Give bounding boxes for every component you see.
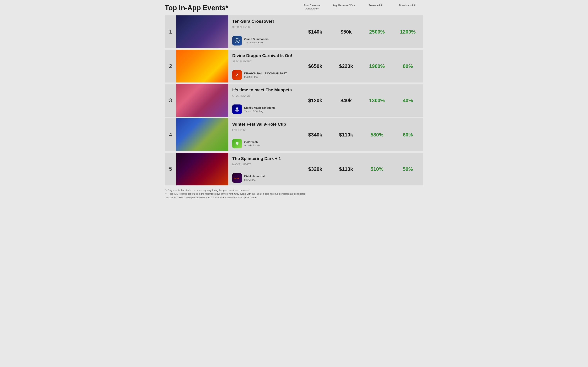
event-name-3: It's time to meet The Muppets [232, 88, 296, 92]
event-image-1 [176, 16, 228, 48]
footnote-3: Overlapping events are represented by a … [165, 196, 423, 200]
event-info-5: The Splintering Dark + 1 MAJOR UPDATE DI… [228, 153, 300, 185]
metrics-3: $120k $40k 1300% 40% [300, 84, 423, 117]
svg-text:G: G [236, 39, 238, 42]
game-info-5: DIABLO Diablo Immortal MMORPG [232, 173, 296, 183]
metrics-2: $650k $220k 1900% 80% [300, 50, 423, 83]
footnote-2: ** - Total iOS revenue generated in the … [165, 192, 423, 196]
game-name-1: Grand Summoners [244, 38, 269, 41]
revenue-lift-2: 1900% [362, 50, 392, 83]
total-revenue-4: $340k [300, 118, 331, 151]
game-genre-1: Turn-based RPG [244, 41, 269, 44]
svg-text:Z: Z [236, 73, 238, 77]
events-list: 1 Ten-Sura Crossover! SPECIAL EVENT G Gr… [165, 16, 423, 185]
total-revenue-5: $320k [300, 153, 331, 185]
image-visual-4 [176, 118, 228, 151]
game-text-4: Golf Clash Arcade Sports [244, 141, 260, 147]
downloads-lift-3: 40% [392, 84, 423, 117]
header-row: Top In-App Events* Total Revenue Generat… [165, 4, 423, 14]
downloads-lift-1: 1200% [392, 16, 423, 48]
event-image-5 [176, 153, 228, 185]
event-info-2: Divine Dragon Carnival Is On! SPECIAL EV… [228, 50, 300, 83]
total-revenue-1: $140k [300, 16, 331, 48]
game-genre-5: MMORPG [244, 178, 265, 181]
footnote-1: * - Only events that started on or are o… [165, 189, 423, 192]
rank-5: 5 [165, 153, 176, 185]
event-name-5: The Splintering Dark + 1 [232, 156, 296, 161]
game-text-5: Diablo Immortal MMORPG [244, 175, 265, 181]
game-text-2: DRAGON BALL Z DOKKAN BATT Puzzle RPG [244, 72, 287, 78]
avg-revenue-2: $220k [331, 50, 362, 83]
event-row-5: 5 The Splintering Dark + 1 MAJOR UPDATE … [165, 153, 423, 185]
svg-marker-6 [236, 144, 238, 146]
event-row-3: 3 It's time to meet The Muppets SPECIAL … [165, 84, 423, 117]
event-name-2: Divine Dragon Carnival Is On! [232, 53, 296, 58]
game-text-3: Disney Magic Kingdoms Tycoon / Crafting [244, 106, 275, 113]
svg-point-4 [235, 110, 239, 112]
game-genre-3: Tycoon / Crafting [244, 110, 275, 113]
rank-1: 1 [165, 16, 176, 48]
image-visual-5 [176, 153, 228, 185]
game-icon-2: Z [232, 70, 242, 80]
avg-revenue-4: $110k [331, 118, 362, 151]
event-info-1: Ten-Sura Crossover! SPECIAL EVENT G Gran… [228, 16, 300, 48]
footnotes: * - Only events that started on or are o… [165, 189, 423, 200]
event-info-4: Winter Festival 9-Hole Cup LIVE EVENT Go… [228, 118, 300, 151]
page-title: Top In-App Events* [165, 4, 296, 12]
total-revenue-3: $120k [300, 84, 331, 117]
image-visual-2 [176, 50, 228, 83]
game-text-1: Grand Summoners Turn-based RPG [244, 38, 269, 44]
event-type-4: LIVE EVENT [232, 129, 296, 132]
rank-2: 2 [165, 50, 176, 83]
game-info-2: Z DRAGON BALL Z DOKKAN BATT Puzzle RPG [232, 70, 296, 80]
event-type-1: SPECIAL EVENT [232, 26, 296, 29]
event-image-4 [176, 118, 228, 151]
revenue-lift-3: 1300% [362, 84, 392, 117]
event-type-3: SPECIAL EVENT [232, 94, 296, 97]
event-image-3 [176, 84, 228, 117]
game-icon-1: G [232, 36, 242, 45]
event-name-1: Ten-Sura Crossover! [232, 19, 296, 24]
game-icon-3 [232, 104, 242, 114]
game-info-1: G Grand Summoners Turn-based RPG [232, 36, 296, 45]
rank-3: 3 [165, 84, 176, 117]
event-row-1: 1 Ten-Sura Crossover! SPECIAL EVENT G Gr… [165, 16, 423, 48]
avg-revenue-5: $110k [331, 153, 362, 185]
event-info-3: It's time to meet The Muppets SPECIAL EV… [228, 84, 300, 117]
downloads-lift-4: 60% [392, 118, 423, 151]
game-genre-4: Arcade Sports [244, 144, 260, 147]
col-revenue-lift: Revenue Lift [360, 4, 392, 10]
rank-4: 4 [165, 118, 176, 151]
event-row-2: 2 Divine Dragon Carnival Is On! SPECIAL … [165, 50, 423, 83]
event-type-5: MAJOR UPDATE [232, 163, 296, 166]
game-icon-4 [232, 139, 242, 148]
event-name-4: Winter Festival 9-Hole Cup [232, 122, 296, 127]
image-visual-1 [176, 16, 228, 48]
revenue-lift-1: 2500% [362, 16, 392, 48]
downloads-lift-2: 80% [392, 50, 423, 83]
game-name-5: Diablo Immortal [244, 175, 265, 178]
game-info-4: Golf Clash Arcade Sports [232, 139, 296, 148]
svg-text:DIABLO: DIABLO [234, 177, 240, 180]
avg-revenue-1: $50k [331, 16, 362, 48]
game-name-3: Disney Magic Kingdoms [244, 106, 275, 109]
avg-revenue-3: $40k [331, 84, 362, 117]
col-total-revenue: Total Revenue Generated** [296, 4, 328, 10]
game-icon-5: DIABLO [232, 173, 242, 183]
image-visual-3 [176, 84, 228, 117]
game-info-3: Disney Magic Kingdoms Tycoon / Crafting [232, 104, 296, 114]
revenue-lift-4: 580% [362, 118, 392, 151]
page-container: Top In-App Events* Total Revenue Generat… [159, 0, 429, 206]
game-name-2: DRAGON BALL Z DOKKAN BATT [244, 72, 287, 75]
event-row-4: 4 Winter Festival 9-Hole Cup LIVE EVENT … [165, 118, 423, 151]
game-name-4: Golf Clash [244, 141, 260, 144]
col-downloads-lift: Downloads Lift [392, 4, 423, 10]
metrics-4: $340k $110k 580% 60% [300, 118, 423, 151]
svg-point-3 [236, 107, 238, 110]
downloads-lift-5: 50% [392, 153, 423, 185]
metrics-1: $140k $50k 2500% 1200% [300, 16, 423, 48]
col-avg-revenue: Avg. Revenue / Day [328, 4, 360, 10]
event-image-2 [176, 50, 228, 83]
metrics-5: $320k $110k 510% 50% [300, 153, 423, 185]
game-genre-2: Puzzle RPG [244, 75, 287, 78]
